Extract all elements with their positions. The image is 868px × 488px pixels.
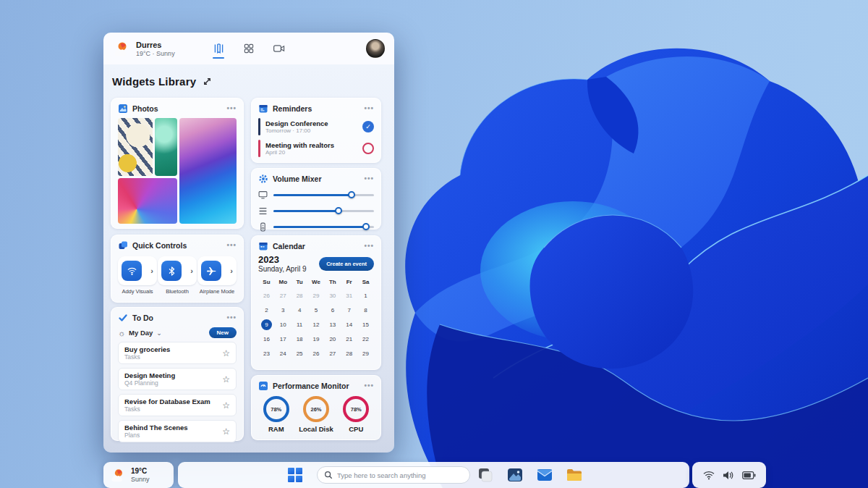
photos-app-button[interactable] <box>506 466 524 484</box>
reminder-item[interactable]: Meeting with realtorsApril 20 <box>258 140 374 157</box>
mail-app-button[interactable] <box>535 466 554 484</box>
star-icon[interactable]: ☆ <box>222 374 230 384</box>
calendar-day[interactable]: 3 <box>275 303 292 317</box>
calendar-day[interactable]: 25 <box>292 346 308 361</box>
calendar-day[interactable]: 24 <box>275 346 292 361</box>
calendar-day[interactable]: 31 <box>341 288 357 303</box>
calendar-day[interactable]: 29 <box>308 288 325 303</box>
widget-menu-button[interactable] <box>364 244 374 248</box>
taskbar-system-tray[interactable] <box>692 462 766 488</box>
chevron-right-icon[interactable]: › <box>150 266 153 275</box>
calendar-day[interactable]: 28 <box>341 346 357 361</box>
chevron-right-icon[interactable]: › <box>190 266 193 275</box>
calendar-day[interactable]: 12 <box>308 317 325 332</box>
calendar-day[interactable]: 29 <box>357 346 374 361</box>
location-block[interactable]: Durres 19°C · Sunny <box>136 41 175 57</box>
volume-slider-thumb[interactable] <box>335 207 342 214</box>
calendar-day[interactable]: 4 <box>292 303 308 317</box>
nav-video-tab[interactable] <box>271 40 287 57</box>
calendar-day[interactable]: 8 <box>357 303 374 317</box>
taskbar-weather-widget[interactable]: 19°C Sunny <box>103 462 174 488</box>
widget-menu-button[interactable] <box>226 106 237 111</box>
wifi-toggle[interactable] <box>122 261 142 281</box>
calendar-day[interactable]: 18 <box>292 332 308 346</box>
volume-slider-thumb[interactable] <box>362 223 370 230</box>
photo-thumbnail-picnic[interactable] <box>118 118 153 176</box>
widget-menu-button[interactable] <box>364 106 374 111</box>
chevron-right-icon[interactable]: › <box>230 266 233 275</box>
file-explorer-button[interactable] <box>565 466 584 484</box>
user-avatar[interactable] <box>366 39 385 58</box>
calendar-day[interactable]: 30 <box>324 288 341 303</box>
calendar-year: 2023 <box>258 254 307 265</box>
calendar-day[interactable]: 15 <box>357 317 374 332</box>
calendar-day[interactable]: 16 <box>258 332 275 346</box>
calendar-day[interactable]: 26 <box>258 288 275 303</box>
calendar-day[interactable]: 6 <box>324 303 341 317</box>
create-event-button[interactable]: Create an event <box>319 257 374 271</box>
reminder-open-circle[interactable] <box>362 143 374 154</box>
quick-control-wifi[interactable]: ›Addy Visuals <box>118 256 157 295</box>
calendar-day[interactable]: 7 <box>341 303 357 317</box>
bluetooth-toggle[interactable] <box>161 261 182 281</box>
star-icon[interactable]: ☆ <box>222 348 230 358</box>
quick-control-label: Bluetooth <box>158 288 197 295</box>
widget-menu-button[interactable] <box>226 243 237 248</box>
widget-menu-button[interactable] <box>364 384 374 388</box>
volume-slider-thumb[interactable] <box>348 191 355 198</box>
airplane-toggle[interactable] <box>201 261 221 281</box>
start-button[interactable] <box>288 468 302 482</box>
calendar-day[interactable]: 20 <box>324 332 341 346</box>
taskbar-search[interactable] <box>317 466 470 484</box>
task-item[interactable]: Design MeetingQ4 Planning☆ <box>118 368 237 390</box>
calendar-day[interactable]: 26 <box>308 346 325 361</box>
quick-control-bluetooth[interactable]: ›Bluetooth <box>158 256 197 295</box>
calendar-day[interactable]: 2 <box>258 303 275 317</box>
right-column: Reminders Design ConferenceTomorrow · 17… <box>251 98 381 441</box>
widget-menu-button[interactable] <box>226 316 237 320</box>
volume-slider-track[interactable] <box>273 226 374 228</box>
star-icon[interactable]: ☆ <box>222 400 230 411</box>
nav-widgets-tab[interactable] <box>241 40 257 57</box>
quick-control-tile[interactable]: › <box>158 256 197 285</box>
quick-control-airplane[interactable]: ›Airplane Mode <box>197 256 237 295</box>
widget-menu-button[interactable] <box>364 177 374 181</box>
calendar-day[interactable]: 27 <box>275 288 292 303</box>
task-item[interactable]: Buy groceriesTasks☆ <box>118 342 237 364</box>
calendar-day[interactable]: 21 <box>341 332 357 346</box>
new-task-button[interactable]: New <box>209 327 237 338</box>
calendar-day[interactable]: 17 <box>275 332 292 346</box>
todo-list-selector[interactable]: ☼ My Day ⌄ New <box>118 327 237 338</box>
expand-icon[interactable] <box>203 77 212 86</box>
calendar-day[interactable]: 11 <box>292 317 308 332</box>
photo-thumbnail-gradient[interactable] <box>118 178 177 224</box>
reminder-accent-bar <box>258 140 260 157</box>
calendar-day[interactable]: 13 <box>324 317 341 332</box>
calendar-day[interactable]: 14 <box>341 317 357 332</box>
reminder-complete-check[interactable]: ✓ <box>362 121 374 132</box>
volume-slider-track[interactable] <box>273 194 374 196</box>
calendar-day-selected[interactable]: 9 <box>258 317 275 332</box>
calendar-day[interactable]: 1 <box>357 288 374 303</box>
reminder-item[interactable]: Design ConferenceTomorrow · 17:00✓ <box>258 118 374 135</box>
calendar-day[interactable]: 22 <box>357 332 374 346</box>
photo-thumbnail-wave[interactable] <box>179 118 237 224</box>
task-view-button[interactable] <box>476 466 495 484</box>
widget-title: Calendar <box>273 242 305 251</box>
calendar-day[interactable]: 19 <box>308 332 325 346</box>
calendar-day[interactable]: 27 <box>324 346 341 361</box>
search-input[interactable] <box>337 471 460 479</box>
volume-slider-track[interactable] <box>273 210 374 212</box>
widget-title: Performance Monitor <box>273 382 349 390</box>
photo-thumbnail-water[interactable] <box>155 118 177 176</box>
calendar-day[interactable]: 10 <box>275 317 292 332</box>
task-item[interactable]: Revise for Database ExamTasks☆ <box>118 394 237 416</box>
calendar-day[interactable]: 28 <box>292 288 308 303</box>
nav-library-tab[interactable] <box>210 40 226 57</box>
quick-control-tile[interactable]: › <box>118 256 157 285</box>
star-icon[interactable]: ☆ <box>222 426 230 437</box>
quick-control-tile[interactable]: › <box>197 256 237 285</box>
calendar-day[interactable]: 23 <box>258 346 275 361</box>
task-item[interactable]: Behind The ScenesPlans☆ <box>118 420 237 442</box>
calendar-day[interactable]: 5 <box>308 303 325 317</box>
